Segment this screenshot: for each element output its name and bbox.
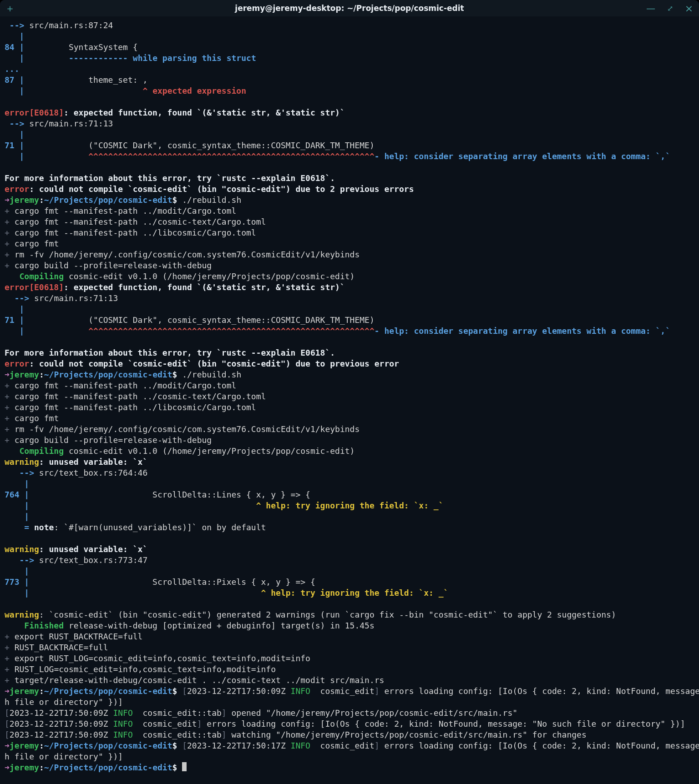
terminal-line: | <box>5 566 694 577</box>
terminal-line: [2023-12-22T17:50:09Z INFO cosmic_edit::… <box>5 708 694 719</box>
terminal-line: + cargo build --profile=release-with-deb… <box>5 435 694 446</box>
terminal-line: error[E0618]: expected function, found `… <box>5 107 694 118</box>
terminal-line: 773 | ScrollDelta::Pixels { x, y } => { <box>5 577 694 588</box>
terminal-line: | <box>5 511 694 522</box>
terminal-line: | ^ expected expression <box>5 85 694 96</box>
terminal-line <box>5 598 694 609</box>
terminal-line: ➜jeremy:~/Projects/pop/cosmic-edit$ ./re… <box>5 369 694 380</box>
prompt-user: jeremy <box>10 195 39 205</box>
terminal-line: error: could not compile `cosmic-edit` (… <box>5 358 694 369</box>
terminal-line <box>5 337 694 347</box>
title-bar: + jeremy@jeremy-desktop: ~/Projects/pop/… <box>0 0 699 16</box>
terminal-line: | <box>5 31 694 42</box>
terminal-line: | <box>5 304 694 315</box>
terminal-line: + rm -fv /home/jeremy/.config/cosmic/com… <box>5 249 694 260</box>
terminal-window: + jeremy@jeremy-desktop: ~/Projects/pop/… <box>0 0 699 784</box>
terminal-line: --> src/main.rs:71:13 <box>5 293 694 304</box>
prompt-cwd: ~/Projects/pop/cosmic-edit <box>44 763 172 772</box>
terminal-line: ➜jeremy:~/Projects/pop/cosmic-edit$ [202… <box>5 740 694 751</box>
window-title: jeremy@jeremy-desktop: ~/Projects/pop/co… <box>0 4 699 13</box>
terminal-line: ➜jeremy:~/Projects/pop/cosmic-edit$ <box>5 762 694 773</box>
terminal-line: --> src/main.rs:71:13 <box>5 118 694 129</box>
terminal-line: For more information about this error, t… <box>5 173 694 184</box>
terminal-line: + export RUST_BACKTRACE=full <box>5 631 694 642</box>
terminal-line: h file or directory" })] <box>5 697 694 708</box>
terminal-line: Compiling cosmic-edit v0.1.0 (/home/jere… <box>5 446 694 457</box>
maximize-button[interactable]: ⤢ <box>665 4 674 13</box>
minimize-button[interactable]: — <box>646 4 655 13</box>
terminal-line: + cargo fmt <box>5 238 694 249</box>
terminal-line: | ^^^^^^^^^^^^^^^^^^^^^^^^^^^^^^^^^^^^^^… <box>5 326 694 337</box>
prompt-arrow-icon: ➜ <box>5 686 10 696</box>
terminal-line: ➜jeremy:~/Projects/pop/cosmic-edit$ ./re… <box>5 195 694 206</box>
terminal-line <box>5 96 694 107</box>
terminal-line: --> src/text_box.rs:773:47 <box>5 555 694 566</box>
prompt-arrow-icon: ➜ <box>5 195 10 205</box>
prompt-user: jeremy <box>10 763 39 772</box>
terminal-line: + RUST_BACKTRACE=full <box>5 642 694 653</box>
terminal-line: + cargo fmt <box>5 413 694 424</box>
terminal-line: error: could not compile `cosmic-edit` (… <box>5 184 694 195</box>
terminal-body[interactable]: --> src/main.rs:87:24 |84 | SyntaxSystem… <box>0 16 699 784</box>
close-button[interactable]: × <box>684 4 694 13</box>
terminal-line: 764 | ScrollDelta::Lines { x, y } => { <box>5 489 694 500</box>
prompt-arrow-icon: ➜ <box>5 370 10 379</box>
command-text: ./rebuild.sh <box>182 195 241 205</box>
terminal-line <box>5 533 694 544</box>
terminal-line: = note: `#[warn(unused_variables)]` on b… <box>5 522 694 533</box>
terminal-line: warning: `cosmic-edit` (bin "cosmic-edit… <box>5 609 694 620</box>
prompt-user: jeremy <box>10 741 39 750</box>
prompt-cwd: ~/Projects/pop/cosmic-edit <box>44 741 172 750</box>
terminal-line: + cargo fmt --manifest-path ../cosmic-te… <box>5 216 694 227</box>
terminal-line: [2023-12-22T17:50:09Z INFO cosmic_edit] … <box>5 719 694 729</box>
terminal-line: Compiling cosmic-edit v0.1.0 (/home/jere… <box>5 271 694 282</box>
terminal-line: [2023-12-22T17:50:09Z INFO cosmic_edit::… <box>5 729 694 740</box>
terminal-line <box>5 162 694 173</box>
terminal-line: h file or directory" })] <box>5 751 694 762</box>
terminal-line: warning: unused variable: `x` <box>5 457 694 467</box>
terminal-line: warning: unused variable: `x` <box>5 544 694 555</box>
prompt-user: jeremy <box>10 686 39 696</box>
terminal-line: | ^ help: try ignoring the field: `x: _` <box>5 500 694 511</box>
terminal-line: | ^^^^^^^^^^^^^^^^^^^^^^^^^^^^^^^^^^^^^^… <box>5 151 694 162</box>
terminal-line: + cargo fmt --manifest-path ../libcosmic… <box>5 227 694 238</box>
terminal-line: 87 | theme_set: , <box>5 75 694 85</box>
prompt-arrow-icon: ➜ <box>5 741 10 750</box>
terminal-line: + cargo fmt --manifest-path ../modit/Car… <box>5 206 694 216</box>
terminal-line: For more information about this error, t… <box>5 347 694 358</box>
new-tab-button[interactable]: + <box>5 4 15 13</box>
terminal-line: | <box>5 478 694 489</box>
terminal-line: Finished release-with-debug [optimized +… <box>5 620 694 631</box>
terminal-line: + rm -fv /home/jeremy/.config/cosmic/com… <box>5 424 694 435</box>
command-text: ./rebuild.sh <box>182 370 241 379</box>
terminal-line: + cargo fmt --manifest-path ../cosmic-te… <box>5 391 694 402</box>
terminal-line: ➜jeremy:~/Projects/pop/cosmic-edit$ [202… <box>5 686 694 697</box>
terminal-line: 71 | ("COSMIC Dark", cosmic_syntax_theme… <box>5 315 694 326</box>
prompt-arrow-icon: ➜ <box>5 763 10 772</box>
terminal-line: error[E0618]: expected function, found `… <box>5 282 694 293</box>
terminal-line: + export RUST_LOG=cosmic_edit=info,cosmi… <box>5 653 694 664</box>
terminal-line: + RUST_LOG=cosmic_edit=info,cosmic_text=… <box>5 664 694 675</box>
terminal-line: | <box>5 129 694 140</box>
terminal-line: + cargo fmt --manifest-path ../libcosmic… <box>5 402 694 413</box>
prompt-cwd: ~/Projects/pop/cosmic-edit <box>44 370 172 379</box>
prompt-cwd: ~/Projects/pop/cosmic-edit <box>44 686 172 696</box>
terminal-line: + target/release-with-debug/cosmic-edit … <box>5 675 694 686</box>
cursor <box>182 762 187 771</box>
prompt-cwd: ~/Projects/pop/cosmic-edit <box>44 195 172 205</box>
terminal-line: | ------------ while parsing this struct <box>5 53 694 64</box>
terminal-line: + cargo build --profile=release-with-deb… <box>5 260 694 271</box>
terminal-line: --> src/main.rs:87:24 <box>5 20 694 31</box>
prompt-user: jeremy <box>10 370 39 379</box>
terminal-line: 71 | ("COSMIC Dark", cosmic_syntax_theme… <box>5 140 694 151</box>
terminal-line: --> src/text_box.rs:764:46 <box>5 467 694 478</box>
terminal-line: ... <box>5 64 694 75</box>
terminal-line: | ^ help: try ignoring the field: `x: _` <box>5 588 694 598</box>
terminal-line: 84 | SyntaxSystem { <box>5 42 694 53</box>
terminal-line: + cargo fmt --manifest-path ../modit/Car… <box>5 380 694 391</box>
